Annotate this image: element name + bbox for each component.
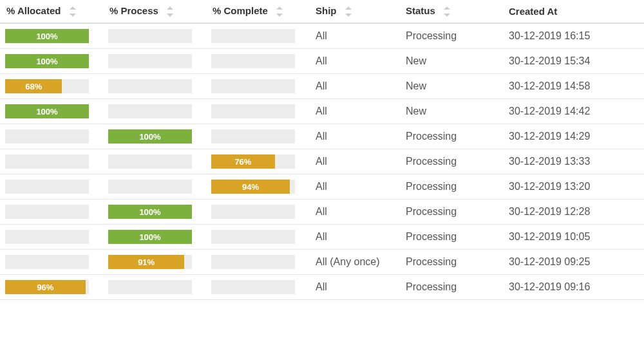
table-row[interactable]: 100%AllProcessing30-12-2019 12:28 bbox=[0, 200, 644, 225]
progress-fill: 94% bbox=[211, 180, 290, 194]
col-ship-header[interactable]: Ship bbox=[309, 0, 399, 23]
table-row[interactable]: 100%AllProcessing30-12-2019 14:29 bbox=[0, 124, 644, 149]
created-cell: 30-12-2019 13:33 bbox=[502, 149, 644, 174]
col-status-header[interactable]: Status bbox=[399, 0, 502, 23]
progress-cell: 100% bbox=[0, 99, 103, 124]
progress-cell bbox=[206, 250, 309, 275]
progress-cell bbox=[0, 200, 103, 225]
progress-cell bbox=[103, 23, 206, 49]
progress-cell: 100% bbox=[103, 200, 206, 225]
progress-cell bbox=[103, 74, 206, 99]
progress-bar bbox=[108, 104, 192, 118]
sort-icon[interactable] bbox=[274, 6, 283, 17]
col-complete-header[interactable]: % Complete bbox=[206, 0, 309, 23]
table-row[interactable]: 94%AllProcessing30-12-2019 13:20 bbox=[0, 174, 644, 200]
progress-cell bbox=[103, 99, 206, 124]
progress-fill: 100% bbox=[108, 230, 192, 244]
progress-cell bbox=[206, 275, 309, 300]
progress-bar: 96% bbox=[5, 280, 89, 294]
progress-bar bbox=[211, 79, 295, 93]
progress-bar bbox=[108, 79, 192, 93]
table-row[interactable]: 96%AllProcessing30-12-2019 09:16 bbox=[0, 275, 644, 300]
progress-bar bbox=[5, 154, 89, 169]
col-created-label: Created At bbox=[509, 6, 557, 17]
progress-bar bbox=[211, 205, 295, 219]
col-process-header[interactable]: % Process bbox=[103, 0, 206, 23]
progress-cell bbox=[206, 49, 309, 74]
table-row[interactable]: 100%AllProcessing30-12-2019 16:15 bbox=[0, 23, 644, 49]
status-cell: Processing bbox=[399, 275, 502, 300]
table-header-row: % Allocated % Process % Complete Ship St… bbox=[0, 0, 644, 23]
sort-icon[interactable] bbox=[343, 6, 352, 17]
progress-cell bbox=[0, 225, 103, 250]
progress-bar bbox=[211, 230, 295, 244]
sort-icon[interactable] bbox=[442, 6, 451, 17]
col-created-header[interactable]: Created At bbox=[502, 0, 644, 23]
progress-fill: 100% bbox=[5, 54, 89, 68]
progress-cell: 91% bbox=[103, 250, 206, 275]
table-row[interactable]: 68%AllNew30-12-2019 14:58 bbox=[0, 74, 644, 99]
progress-cell bbox=[0, 149, 103, 174]
progress-bar bbox=[5, 205, 89, 219]
ship-cell: All bbox=[309, 99, 399, 124]
progress-bar bbox=[211, 129, 295, 144]
progress-bar bbox=[211, 54, 295, 68]
progress-label: 94% bbox=[242, 182, 259, 192]
progress-bar bbox=[108, 54, 192, 68]
ship-cell: All bbox=[309, 149, 399, 174]
progress-bar: 100% bbox=[108, 230, 192, 244]
ship-cell: All bbox=[309, 23, 399, 49]
table-row[interactable]: 76%AllProcessing30-12-2019 13:33 bbox=[0, 149, 644, 174]
created-cell: 30-12-2019 14:58 bbox=[502, 74, 644, 99]
progress-label: 96% bbox=[37, 283, 53, 292]
progress-fill: 100% bbox=[108, 129, 192, 144]
progress-bar bbox=[5, 180, 89, 194]
ship-cell: All bbox=[309, 49, 399, 74]
status-cell: Processing bbox=[399, 200, 502, 225]
progress-bar bbox=[108, 29, 192, 43]
table-body: 100%AllProcessing30-12-2019 16:15100%All… bbox=[0, 23, 644, 300]
progress-label: 100% bbox=[36, 57, 57, 66]
progress-cell: 100% bbox=[0, 23, 103, 49]
created-cell: 30-12-2019 16:15 bbox=[502, 23, 644, 49]
progress-bar bbox=[5, 255, 89, 269]
table-row[interactable]: 100%AllNew30-12-2019 14:42 bbox=[0, 99, 644, 124]
sort-icon[interactable] bbox=[68, 6, 77, 17]
sort-icon[interactable] bbox=[165, 6, 174, 17]
table-row[interactable]: 100%AllProcessing30-12-2019 10:05 bbox=[0, 225, 644, 250]
data-table: % Allocated % Process % Complete Ship St… bbox=[0, 0, 644, 300]
progress-label: 100% bbox=[36, 32, 57, 41]
progress-bar: 100% bbox=[108, 205, 192, 219]
progress-label: 68% bbox=[25, 82, 42, 91]
col-process-label: % Process bbox=[109, 5, 158, 16]
progress-fill: 91% bbox=[108, 255, 184, 269]
progress-bar: 68% bbox=[5, 79, 89, 93]
progress-label: 100% bbox=[36, 107, 57, 117]
progress-cell bbox=[206, 74, 309, 99]
col-allocated-label: % Allocated bbox=[6, 5, 61, 16]
progress-cell: 100% bbox=[103, 225, 206, 250]
ship-cell: All bbox=[309, 225, 399, 250]
progress-cell bbox=[103, 149, 206, 174]
ship-cell: All bbox=[309, 174, 399, 200]
col-allocated-header[interactable]: % Allocated bbox=[0, 0, 103, 23]
progress-label: 91% bbox=[138, 257, 155, 267]
progress-cell bbox=[206, 200, 309, 225]
progress-cell bbox=[0, 124, 103, 149]
progress-cell: 100% bbox=[103, 124, 206, 149]
progress-bar bbox=[108, 154, 192, 169]
progress-bar bbox=[211, 29, 295, 43]
status-cell: Processing bbox=[399, 250, 502, 275]
status-cell: Processing bbox=[399, 23, 502, 49]
table-row[interactable]: 100%AllNew30-12-2019 15:34 bbox=[0, 49, 644, 74]
progress-cell bbox=[206, 124, 309, 149]
progress-fill: 76% bbox=[211, 154, 275, 169]
progress-cell bbox=[206, 225, 309, 250]
table-row[interactable]: 91%All (Any once)Processing30-12-2019 09… bbox=[0, 250, 644, 275]
progress-bar: 91% bbox=[108, 255, 192, 269]
progress-bar: 100% bbox=[108, 129, 192, 144]
progress-bar: 100% bbox=[5, 104, 89, 118]
created-cell: 30-12-2019 14:29 bbox=[502, 124, 644, 149]
status-cell: Processing bbox=[399, 174, 502, 200]
progress-bar: 94% bbox=[211, 180, 295, 194]
